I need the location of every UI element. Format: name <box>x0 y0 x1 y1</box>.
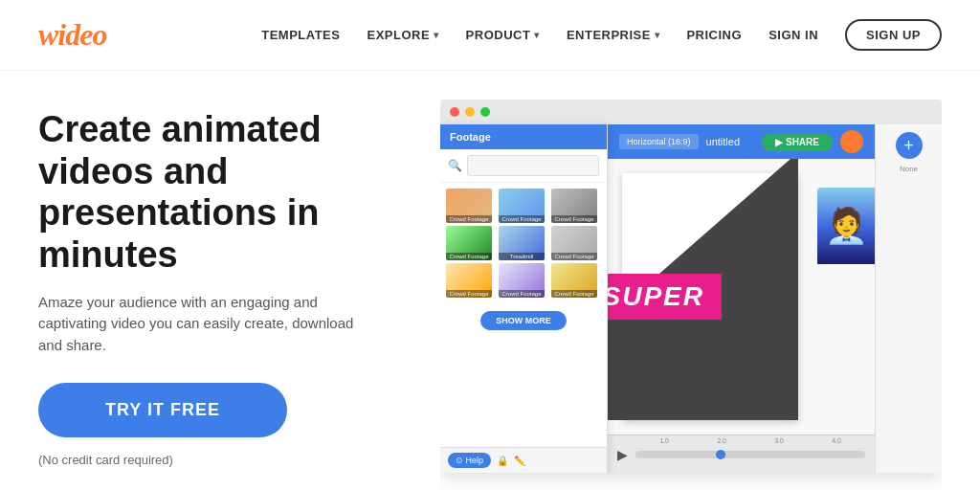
share-button[interactable]: ▶ SHARE <box>762 133 833 151</box>
asset-search-bar[interactable]: 🔍 <box>440 149 607 183</box>
no-credit-label: (No credit card required) <box>38 453 402 467</box>
nav-signin[interactable]: SIGN IN <box>768 28 818 42</box>
main-content: Create animated videos and presentations… <box>0 71 980 490</box>
app-preview-container: Footage 🔍 Crowd Footage Crowd Footage Cr… <box>440 100 942 490</box>
app-preview: Footage 🔍 Crowd Footage Crowd Footage Cr… <box>440 100 942 473</box>
search-input[interactable] <box>467 155 599 176</box>
explore-chevron: ▾ <box>434 30 439 40</box>
pencil-icon: ✏️ <box>514 456 525 466</box>
asset-grid: Crowd Footage Crowd Footage Crowd Footag… <box>440 183 607 303</box>
play-icon[interactable]: ▶ <box>617 447 628 462</box>
asset-thumb-8[interactable]: Crowd Footage <box>499 263 545 298</box>
timeline-track[interactable]: 1.0 2.0 3.0 4.0 <box>635 451 865 458</box>
browser-maximize-dot[interactable] <box>480 107 490 117</box>
super-text-element[interactable]: SUPER <box>608 274 722 320</box>
header: wideo TEMPLATES EXPLORE ▾ PRODUCT ▾ ENTE… <box>0 0 980 71</box>
asset-thumb-6[interactable]: Crowd Footage <box>551 226 597 260</box>
character-none-label: None <box>900 165 918 173</box>
user-avatar <box>840 130 863 153</box>
canvas-content: SUPER 🧑‍💼 <box>608 159 875 434</box>
asset-thumb-3[interactable]: Crowd Footage <box>551 189 597 223</box>
try-free-button[interactable]: TRY IT FREE <box>38 383 287 437</box>
asset-thumb-2[interactable]: Crowd Footage <box>499 189 545 223</box>
add-scene-button[interactable]: + <box>896 132 923 159</box>
canvas-area: Horizontal (16:9) untitled ▶ SHARE <box>608 124 875 473</box>
editor-interface: Footage 🔍 Crowd Footage Crowd Footage Cr… <box>440 124 942 473</box>
hero-headline: Create animated videos and presentations… <box>38 109 402 277</box>
asset-thumb-5[interactable]: Treadmill <box>499 226 545 260</box>
hero-left: Create animated videos and presentations… <box>38 100 402 490</box>
nav-explore[interactable]: EXPLORE ▾ <box>367 28 438 42</box>
hero-subheadline: Amaze your audience with an engaging and… <box>38 292 364 357</box>
product-chevron: ▾ <box>534 30 540 40</box>
main-nav: TEMPLATES EXPLORE ▾ PRODUCT ▾ ENTERPRISE… <box>261 19 942 51</box>
nav-enterprise[interactable]: ENTERPRISE ▾ <box>567 28 660 42</box>
enterprise-chevron: ▾ <box>655 30 660 40</box>
asset-panel-footer: ⊙ Help 🔒 ✏️ <box>440 447 607 473</box>
timeline-bar: ▶ 1.0 2.0 3.0 4.0 <box>608 434 875 473</box>
asset-thumb-1[interactable]: Crowd Footage <box>446 189 492 223</box>
project-title[interactable]: untitled <box>706 136 740 147</box>
browser-minimize-dot[interactable] <box>465 107 475 117</box>
asset-thumb-7[interactable]: Crowd Footage <box>446 263 492 298</box>
timeline-markers: 1.0 2.0 3.0 4.0 <box>635 437 865 444</box>
nav-product[interactable]: PRODUCT ▾ <box>466 28 540 42</box>
editor-topbar-right: ▶ SHARE <box>762 130 863 153</box>
browser-chrome <box>440 100 942 124</box>
show-more-button[interactable]: SHOW MORE <box>480 311 567 330</box>
signup-button[interactable]: SIGN UP <box>845 19 942 51</box>
slide-canvas[interactable]: SUPER <box>622 173 798 420</box>
nav-pricing[interactable]: PRICING <box>686 28 742 42</box>
asset-panel: Footage 🔍 Crowd Footage Crowd Footage Cr… <box>440 124 608 473</box>
character-panel: 🧑‍💼 <box>817 188 875 264</box>
search-icon: 🔍 <box>448 159 462 172</box>
asset-panel-header: Footage <box>440 124 607 149</box>
timeline-playhead[interactable] <box>716 450 725 459</box>
asset-thumb-9[interactable]: Crowd Footage <box>551 263 597 298</box>
properties-panel: + None <box>875 124 942 473</box>
editor-topbar-left: Horizontal (16:9) untitled <box>619 134 740 149</box>
nav-templates[interactable]: TEMPLATES <box>261 28 340 42</box>
browser-close-dot[interactable] <box>450 107 459 117</box>
logo[interactable]: wideo <box>38 17 106 53</box>
lock-icon: 🔒 <box>497 456 508 466</box>
format-label[interactable]: Horizontal (16:9) <box>619 134 699 149</box>
asset-thumb-4[interactable]: Crowd Footage <box>446 226 492 260</box>
editor-topbar: Horizontal (16:9) untitled ▶ SHARE <box>608 124 875 159</box>
help-button[interactable]: ⊙ Help <box>448 453 491 468</box>
character-figure: 🧑‍💼 <box>825 209 868 243</box>
